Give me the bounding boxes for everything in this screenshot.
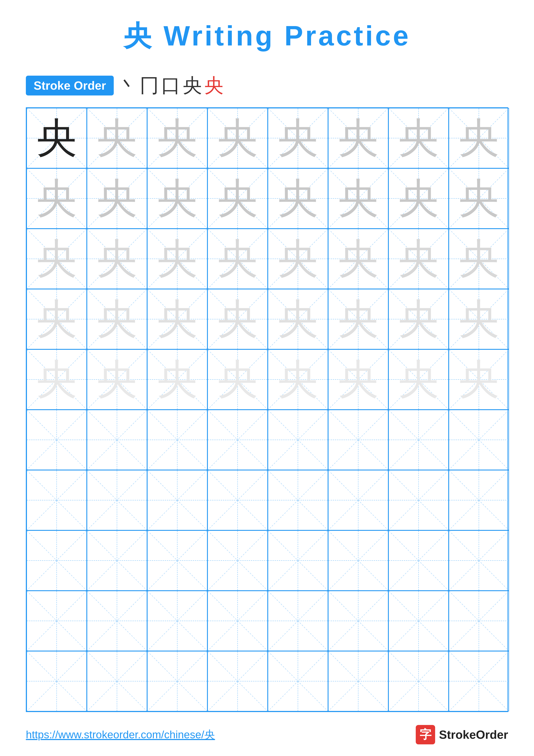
grid-cell-r8c3[interactable] [147, 530, 207, 591]
grid-cell-r8c4[interactable] [207, 530, 268, 591]
grid-cell-r5c3[interactable]: 央 [147, 349, 207, 410]
grid-cell-r6c7[interactable] [388, 410, 449, 470]
grid-cell-r7c1[interactable] [27, 470, 87, 530]
svg-line-143 [449, 591, 509, 651]
grid-cell-r9c6[interactable] [328, 591, 388, 651]
grid-cell-r3c1[interactable]: 央 [27, 229, 87, 289]
grid-cell-r6c2[interactable] [87, 410, 147, 470]
grid-cell-r9c5[interactable] [268, 591, 328, 651]
grid-cell-r1c1[interactable]: 央 [27, 108, 87, 168]
char-r3c6: 央 [338, 238, 379, 279]
grid-cell-r8c5[interactable] [268, 530, 328, 591]
svg-line-115 [87, 531, 147, 590]
char-r2c4: 央 [217, 178, 258, 219]
grid-cell-r3c6[interactable]: 央 [328, 229, 388, 289]
grid-cell-r5c6[interactable]: 央 [328, 349, 388, 410]
grid-cell-r8c2[interactable] [87, 530, 147, 591]
grid-cell-r6c4[interactable] [207, 410, 268, 470]
stroke-1: 丶 [118, 72, 138, 99]
grid-cell-r9c8[interactable] [449, 591, 509, 651]
grid-cell-r3c7[interactable]: 央 [388, 229, 449, 289]
grid-cell-r9c1[interactable] [27, 591, 87, 651]
grid-cell-r5c4[interactable]: 央 [207, 349, 268, 410]
grid-cell-r8c7[interactable] [388, 530, 449, 591]
grid-cell-r2c1[interactable]: 央 [27, 168, 87, 229]
grid-cell-r4c6[interactable]: 央 [328, 289, 388, 349]
grid-cell-r4c5[interactable]: 央 [268, 289, 328, 349]
grid-cell-r10c2[interactable] [87, 651, 147, 712]
grid-cell-r3c5[interactable]: 央 [268, 229, 328, 289]
grid-cell-r2c2[interactable]: 央 [87, 168, 147, 229]
char-r5c7: 央 [398, 359, 439, 400]
grid-cell-r7c8[interactable] [449, 470, 509, 530]
grid-cell-r5c8[interactable]: 央 [449, 349, 509, 410]
grid-cell-r10c7[interactable] [388, 651, 449, 712]
svg-line-128 [27, 591, 87, 651]
grid-cell-r9c4[interactable] [207, 591, 268, 651]
grid-cell-r4c8[interactable]: 央 [449, 289, 509, 349]
svg-line-80 [27, 410, 87, 470]
grid-cell-r4c7[interactable]: 央 [388, 289, 449, 349]
grid-cell-r1c7[interactable]: 央 [388, 108, 449, 168]
grid-cell-r6c8[interactable] [449, 410, 509, 470]
svg-line-153 [268, 652, 328, 711]
char-r4c5: 央 [277, 299, 318, 339]
grid-cell-r8c6[interactable] [328, 530, 388, 591]
grid-cell-r3c2[interactable]: 央 [87, 229, 147, 289]
grid-cell-r7c7[interactable] [388, 470, 449, 530]
grid-cell-r5c7[interactable]: 央 [388, 349, 449, 410]
grid-cell-r4c3[interactable]: 央 [147, 289, 207, 349]
grid-cell-r1c4[interactable]: 央 [207, 108, 268, 168]
grid-cell-r6c5[interactable] [268, 410, 328, 470]
char-r1c8: 央 [458, 118, 499, 159]
grid-cell-r3c8[interactable]: 央 [449, 229, 509, 289]
grid-cell-r1c3[interactable]: 央 [147, 108, 207, 168]
svg-line-84 [147, 410, 207, 470]
svg-line-97 [27, 471, 87, 530]
grid-cell-r7c2[interactable] [87, 470, 147, 530]
grid-cell-r9c3[interactable] [147, 591, 207, 651]
grid-cell-r10c6[interactable] [328, 651, 388, 712]
grid-cell-r8c1[interactable] [27, 530, 87, 591]
footer-url-link[interactable]: https://www.strokeorder.com/chinese/央 [26, 728, 215, 742]
grid-cell-r1c8[interactable]: 央 [449, 108, 509, 168]
svg-line-108 [389, 471, 448, 530]
grid-cell-r5c2[interactable]: 央 [87, 349, 147, 410]
grid-cell-r9c2[interactable] [87, 591, 147, 651]
grid-cell-r3c4[interactable]: 央 [207, 229, 268, 289]
grid-cell-r2c5[interactable]: 央 [268, 168, 328, 229]
grid-cell-r5c1[interactable]: 央 [27, 349, 87, 410]
grid-cell-r7c5[interactable] [268, 470, 328, 530]
grid-cell-r3c3[interactable]: 央 [147, 229, 207, 289]
grid-cell-r4c2[interactable]: 央 [87, 289, 147, 349]
grid-cell-r4c4[interactable]: 央 [207, 289, 268, 349]
grid-cell-r6c3[interactable] [147, 410, 207, 470]
grid-cell-r2c7[interactable]: 央 [388, 168, 449, 229]
grid-cell-r10c4[interactable] [207, 651, 268, 712]
grid-cell-r6c6[interactable] [328, 410, 388, 470]
grid-cell-r9c7[interactable] [388, 591, 449, 651]
svg-line-86 [208, 410, 267, 470]
grid-cell-r1c2[interactable]: 央 [87, 108, 147, 168]
grid-cell-r2c8[interactable]: 央 [449, 168, 509, 229]
grid-cell-r6c1[interactable] [27, 410, 87, 470]
grid-cell-r7c3[interactable] [147, 470, 207, 530]
grid-cell-r10c8[interactable] [449, 651, 509, 712]
grid-cell-r10c5[interactable] [268, 651, 328, 712]
svg-line-113 [27, 531, 87, 590]
grid-cell-r4c1[interactable]: 央 [27, 289, 87, 349]
grid-cell-r2c3[interactable]: 央 [147, 168, 207, 229]
grid-cell-r10c3[interactable] [147, 651, 207, 712]
grid-cell-r7c4[interactable] [207, 470, 268, 530]
grid-cell-r1c5[interactable]: 央 [268, 108, 328, 168]
grid-cell-r7c6[interactable] [328, 470, 388, 530]
grid-cell-r2c6[interactable]: 央 [328, 168, 388, 229]
grid-cell-r1c6[interactable]: 央 [328, 108, 388, 168]
grid-cell-r10c1[interactable] [27, 651, 87, 712]
grid-cell-r8c8[interactable] [449, 530, 509, 591]
char-r2c3: 央 [157, 178, 198, 219]
grid-cell-r5c5[interactable]: 央 [268, 349, 328, 410]
grid-cell-r2c4[interactable]: 央 [207, 168, 268, 229]
svg-line-146 [87, 652, 147, 711]
svg-line-134 [208, 591, 267, 651]
